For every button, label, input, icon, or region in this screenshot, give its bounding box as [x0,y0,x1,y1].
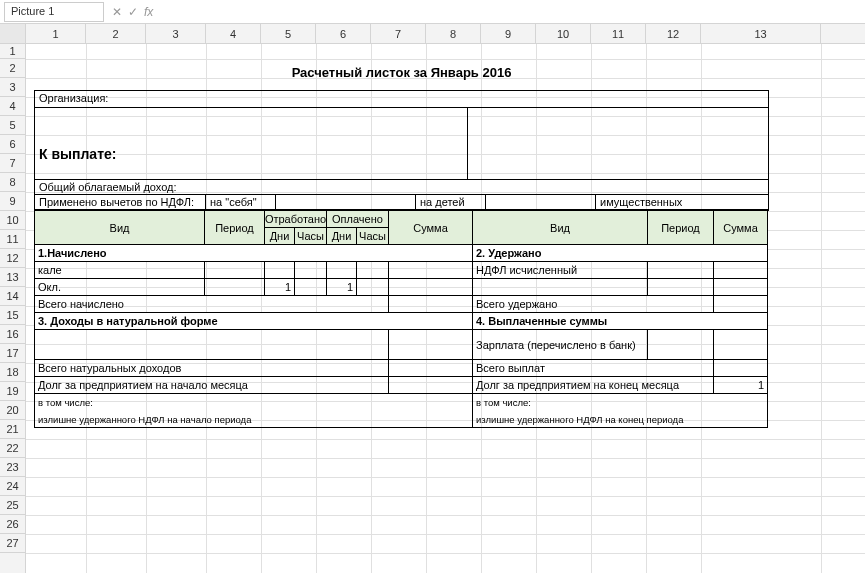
row-header-3[interactable]: 3 [0,78,25,97]
formula-controls: ✕ ✓ fx [112,5,153,19]
row-header-18[interactable]: 18 [0,363,25,382]
deduct-label: Применено вычетов по НДФЛ: [35,195,205,209]
row-header-20[interactable]: 20 [0,401,25,420]
org-label: Организация: [39,92,108,106]
col-header-2[interactable]: 2 [86,24,146,43]
col-header-6[interactable]: 6 [316,24,371,43]
ndfl-start: излишне удержанного НДФЛ на начало перио… [35,411,473,428]
formula-bar: Picture 1 ✕ ✓ fx [0,0,865,24]
row-header-11[interactable]: 11 [0,230,25,249]
th-dni1: Дни [265,228,295,245]
payslip-title: Расчетный листок за Январь 2016 [34,59,769,90]
col-header-1[interactable]: 1 [26,24,86,43]
section-4-head: 4. Выплаченные суммы [473,313,768,330]
s4-total-label: Всего выплат [473,360,714,377]
th-summa-left: Сумма [389,211,473,245]
select-all-corner[interactable] [0,24,26,43]
th-dni2: Дни [327,228,357,245]
payslip-picture[interactable]: Расчетный листок за Январь 2016 Организа… [34,59,769,428]
th-summa-right: Сумма [714,211,768,245]
col-header-10[interactable]: 10 [536,24,591,43]
deduct-self: на "себя" [205,195,275,209]
th-period-left: Период [205,211,265,245]
th-opl: Оплачено [327,211,389,228]
col-header-11[interactable]: 11 [591,24,646,43]
s1-row2-label: Окл. [35,279,205,296]
th-period-right: Период [648,211,714,245]
spreadsheet: 12345678910111213 1234567891011121314151… [0,24,865,573]
vtom-right: в том числе: [473,394,768,411]
row-header-26[interactable]: 26 [0,515,25,534]
s1-total-label: Всего начислено [35,296,389,313]
row-header-25[interactable]: 25 [0,496,25,515]
accept-icon[interactable]: ✓ [128,5,138,19]
th-vid-left: Вид [35,211,205,245]
row-header-15[interactable]: 15 [0,306,25,325]
s2-total-label: Всего удержано [473,296,714,313]
row-header-21[interactable]: 21 [0,420,25,439]
fx-icon[interactable]: fx [144,5,153,19]
s4-row1-label: Зарплата (перечислено в банк) [473,330,648,360]
row-header-8[interactable]: 8 [0,173,25,192]
col-header-8[interactable]: 8 [426,24,481,43]
debt-start-label: Долг за предприятием на начало месяца [35,377,389,394]
row-header-2[interactable]: 2 [0,59,25,78]
row-header-19[interactable]: 19 [0,382,25,401]
column-headers: 12345678910111213 [0,24,865,44]
row-header-24[interactable]: 24 [0,477,25,496]
s1-row1-label: кале [35,262,205,279]
row-header-5[interactable]: 5 [0,116,25,135]
col-header-7[interactable]: 7 [371,24,426,43]
row-header-13[interactable]: 13 [0,268,25,287]
row-header-16[interactable]: 16 [0,325,25,344]
row-header-4[interactable]: 4 [0,97,25,116]
income-label: Общий облагаемый доход: [39,181,177,193]
cancel-icon[interactable]: ✕ [112,5,122,19]
s3-total-label: Всего натуральных доходов [35,360,389,377]
kvyplate-label: К выплате: [35,144,467,164]
section-3-head: 3. Доходы в натуральной форме [35,313,473,330]
th-chasy1: Часы [295,228,327,245]
debt-end-label: Долг за предприятием на конец месяца [473,377,714,394]
row-header-27[interactable]: 27 [0,534,25,553]
col-header-9[interactable]: 9 [481,24,536,43]
info-block: Организация: К выплате: Общий облагаемый… [34,90,769,210]
th-chasy2: Часы [357,228,389,245]
deduct-property: имущественных [595,195,768,209]
row-headers: 1234567891011121314151617181920212223242… [0,44,26,573]
section-1-head: 1.Начислено [35,245,473,262]
row-header-10[interactable]: 10 [0,211,25,230]
col-header-13[interactable]: 13 [701,24,821,43]
row-header-17[interactable]: 17 [0,344,25,363]
row-header-12[interactable]: 12 [0,249,25,268]
row-header-7[interactable]: 7 [0,154,25,173]
main-table: Вид Период Отработано Оплачено Сумма Вид… [34,210,769,428]
deduct-children: на детей [415,195,485,209]
row-header-14[interactable]: 14 [0,287,25,306]
vtom-left: в том числе: [35,394,473,411]
section-2-head: 2. Удержано [473,245,768,262]
s2-row1-label: НДФЛ исчисленный [473,262,648,279]
th-otrab: Отработано [265,211,327,228]
col-header-3[interactable]: 3 [146,24,206,43]
ndfl-end: излишне удержанного НДФЛ на конец период… [473,411,768,428]
row-header-22[interactable]: 22 [0,439,25,458]
col-header-5[interactable]: 5 [261,24,316,43]
cells-area[interactable]: Расчетный листок за Январь 2016 Организа… [26,44,865,573]
th-vid-right: Вид [473,211,648,245]
name-box[interactable]: Picture 1 [4,2,104,22]
row-header-6[interactable]: 6 [0,135,25,154]
col-header-12[interactable]: 12 [646,24,701,43]
col-header-4[interactable]: 4 [206,24,261,43]
row-header-23[interactable]: 23 [0,458,25,477]
row-header-1[interactable]: 1 [0,44,25,59]
row-header-9[interactable]: 9 [0,192,25,211]
